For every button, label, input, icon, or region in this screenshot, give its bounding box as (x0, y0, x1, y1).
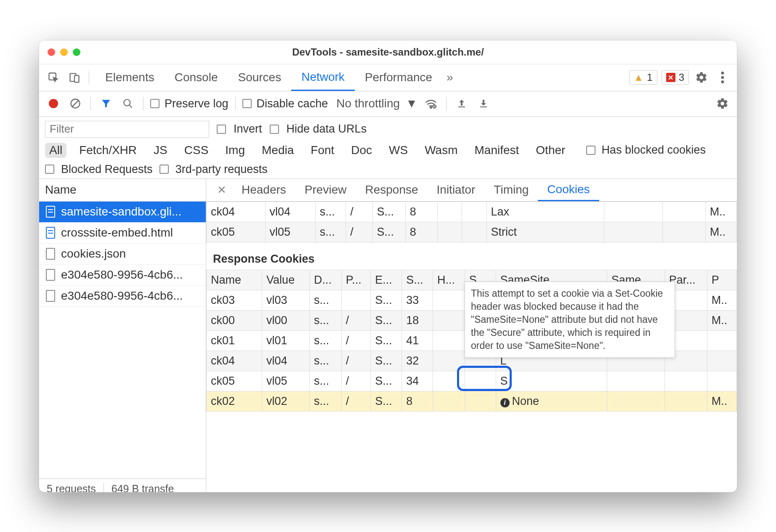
cookie-cell-ss: S (496, 371, 607, 391)
cookie-header-value[interactable]: Value (262, 270, 310, 290)
cookie-row[interactable]: ck05vl05s.../S...8StrictM.. (207, 222, 737, 242)
divider (143, 97, 144, 110)
detail-tab-preview[interactable]: Preview (295, 179, 356, 201)
chip-doc[interactable]: Doc (347, 143, 376, 158)
detail-tab-response[interactable]: Response (356, 179, 427, 201)
cookie-cell-h (433, 391, 465, 411)
invert-checkbox[interactable] (217, 125, 226, 134)
chip-other[interactable]: Other (532, 143, 569, 158)
tab-sources[interactable]: Sources (228, 64, 291, 91)
network-settings-icon[interactable] (714, 95, 731, 112)
search-icon[interactable] (120, 95, 136, 112)
cookie-header-h[interactable]: H... (433, 270, 465, 290)
chip-ws[interactable]: WS (385, 143, 412, 158)
cookie-row[interactable]: ck05vl05s.../S...34S (207, 371, 737, 391)
upload-har-icon[interactable] (453, 95, 470, 112)
tab-console[interactable]: Console (165, 64, 228, 91)
cookie-header-p[interactable]: P... (341, 270, 371, 290)
chip-img[interactable]: Img (221, 143, 249, 158)
throttling-select[interactable]: No throttling ▼ (336, 97, 417, 110)
chip-all[interactable]: All (45, 143, 66, 158)
chip-js[interactable]: JS (149, 143, 172, 158)
request-row[interactable]: crosssite-embed.html (39, 223, 206, 244)
blocked-requests-label: Blocked Requests (61, 163, 153, 176)
cookie-header-d[interactable]: D... (309, 270, 341, 290)
detail-tab-initiator[interactable]: Initiator (428, 179, 485, 201)
tab-elements[interactable]: Elements (95, 64, 165, 91)
cookie-cell-sec (462, 202, 486, 222)
cookie-cell-pri: M.. (707, 310, 736, 330)
transfer-size: 649 B transfe (104, 483, 182, 492)
more-tabs-icon[interactable]: » (446, 71, 453, 84)
third-party-checkbox[interactable] (159, 165, 169, 174)
tab-performance[interactable]: Performance (355, 64, 442, 91)
request-row[interactable]: samesite-sandbox.gli... (39, 202, 206, 223)
chip-manifest[interactable]: Manifest (470, 143, 524, 158)
cookie-cell-ss: Strict (486, 222, 604, 242)
request-details: ✕ HeadersPreviewResponseInitiatorTimingC… (206, 179, 737, 492)
device-toggle-icon[interactable] (66, 69, 83, 86)
svg-rect-2 (74, 75, 79, 82)
cookie-cell-s: 8 (405, 222, 437, 242)
cookie-cell-name: ck02 (207, 391, 262, 411)
invert-label: Invert (234, 122, 262, 136)
request-row[interactable]: cookies.json (39, 244, 206, 265)
hide-data-urls-checkbox[interactable] (270, 125, 279, 134)
cookie-row[interactable]: ck04vl04s.../S...8LaxM.. (207, 202, 737, 222)
zoom-window-button[interactable] (73, 48, 80, 56)
cookie-header-s[interactable]: S... (402, 270, 433, 290)
cookie-row[interactable]: ck02vl02s.../S...8iNoneM.. (207, 391, 737, 411)
cookie-cell-s: 41 (402, 330, 433, 351)
cookie-header-name[interactable]: Name (207, 270, 262, 290)
cookie-cell-e: S... (371, 351, 402, 371)
filter-input[interactable] (45, 121, 209, 138)
disable-cache-label: Disable cache (257, 97, 328, 110)
request-row[interactable]: e304e580-9956-4cb6... (39, 265, 206, 286)
requests-header[interactable]: Name (39, 179, 206, 202)
kebab-menu-icon[interactable] (714, 69, 731, 86)
detail-tab-headers[interactable]: Headers (232, 179, 295, 201)
network-conditions-icon[interactable] (423, 95, 439, 112)
cookie-cell-s: 8 (402, 391, 433, 411)
cookie-cell-d: s... (309, 290, 341, 310)
blocked-requests-checkbox[interactable] (45, 165, 54, 174)
cookie-cell-e: S... (372, 222, 405, 242)
chip-media[interactable]: Media (258, 143, 298, 158)
svg-point-8 (124, 99, 130, 106)
chip-fetchxhr[interactable]: Fetch/XHR (75, 143, 141, 158)
error-icon: ✕ (666, 73, 675, 82)
close-window-button[interactable] (48, 48, 55, 56)
warnings-badge[interactable]: ▲ 1 (629, 70, 657, 85)
cookie-cell-name: ck05 (207, 222, 266, 242)
cookie-cell-pk (663, 202, 706, 222)
request-row[interactable]: e304e580-9956-4cb6... (39, 286, 206, 307)
cookie-cell-pri: M.. (707, 391, 736, 411)
download-har-icon[interactable] (475, 95, 492, 112)
cookie-cell-s: 33 (402, 290, 433, 310)
settings-icon[interactable] (693, 69, 710, 86)
cookie-cell-p: / (341, 310, 371, 330)
tab-network[interactable]: Network (291, 64, 355, 91)
close-details-icon[interactable]: ✕ (211, 184, 232, 197)
clear-icon[interactable] (67, 95, 84, 112)
preserve-log-checkbox[interactable] (150, 99, 159, 108)
detail-tab-cookies[interactable]: Cookies (538, 179, 599, 201)
cookie-cell-e: S... (371, 290, 402, 310)
errors-badge[interactable]: ✕ 3 (662, 70, 689, 85)
cookie-cell-p: / (341, 391, 371, 411)
chip-css[interactable]: CSS (180, 143, 213, 158)
svg-line-7 (72, 100, 79, 107)
cookie-header-pri[interactable]: P (707, 270, 736, 290)
chip-wasm[interactable]: Wasm (420, 143, 462, 158)
record-button[interactable] (45, 95, 62, 112)
chip-font[interactable]: Font (306, 143, 338, 158)
filter-icon[interactable] (98, 95, 114, 112)
third-party-label: 3rd-party requests (175, 163, 268, 176)
detail-tab-timing[interactable]: Timing (484, 179, 538, 201)
minimize-window-button[interactable] (60, 48, 68, 56)
cookie-header-e[interactable]: E... (371, 270, 402, 290)
disable-cache-checkbox[interactable] (242, 99, 252, 108)
has-blocked-cookies-checkbox[interactable] (586, 146, 595, 155)
cookie-cell-e: S... (371, 330, 402, 351)
inspect-icon[interactable] (45, 69, 62, 86)
